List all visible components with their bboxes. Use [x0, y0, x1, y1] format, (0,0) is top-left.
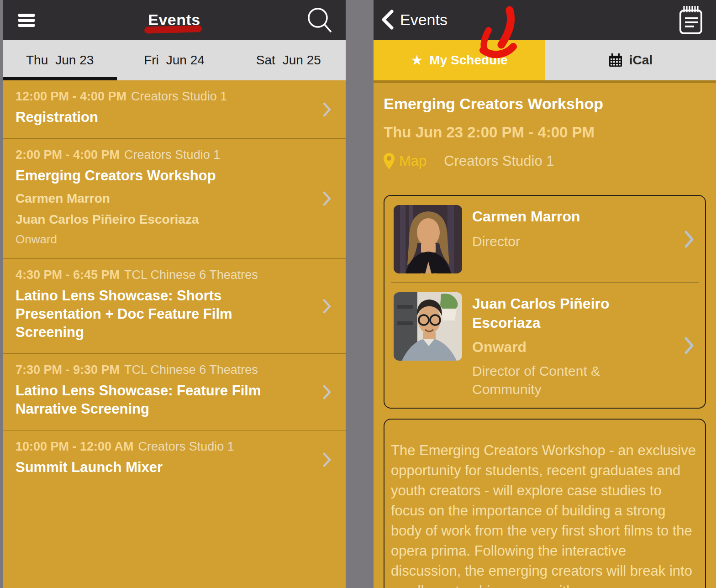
events-list-screen: Events Thu Jun 23 Fri Jun 24 Sat Jun 25 … [3, 0, 346, 588]
date-tab-sat[interactable]: Sat Jun 25 [232, 40, 346, 80]
chevron-right-icon [684, 230, 694, 249]
event-list-item[interactable]: 2:00 PM - 4:00 PMCreators Studio 1 Emerg… [3, 139, 346, 259]
tab-my-schedule[interactable]: ★ My Schedule [374, 40, 545, 80]
event-organization: Onward [16, 232, 300, 247]
event-detail-screen: Events ★ My Schedule [374, 0, 716, 588]
chevron-right-icon [323, 452, 331, 467]
event-title: Summit Launch Mixer [16, 458, 285, 477]
speaker-info: Juan Carlos Piñeiro Escoriaza Onward Dir… [472, 292, 623, 399]
event-location: Creators Studio 1 [138, 440, 234, 453]
event-detail-body: Emerging Creators Workshop Thu Jun 23 2:… [374, 95, 716, 588]
event-time: 7:30 PM - 9:30 PM [16, 363, 120, 377]
tab-day: Sat [256, 53, 275, 68]
tab-date: Jun 24 [166, 53, 205, 68]
back-button[interactable]: Events [381, 9, 448, 30]
tab-date: Jun 25 [283, 53, 321, 68]
speaker-name: Carmen Marron [472, 207, 580, 226]
search-icon[interactable] [305, 5, 334, 35]
event-time: 2:00 PM - 4:00 PM [16, 148, 120, 162]
speaker-role: Director [472, 232, 580, 251]
event-meta: 12:00 PM - 4:00 PMCreators Studio 1 [16, 89, 300, 104]
event-detail-location: Creators Studio 1 [444, 153, 554, 169]
tab-date: Jun 23 [55, 53, 94, 68]
event-description-card: The Emerging Creators Workshop - an excl… [384, 419, 706, 588]
event-location: Creators Studio 1 [124, 148, 220, 162]
event-title: Latino Lens Showcase: Feature Film Narra… [16, 382, 285, 418]
event-meta: 2:00 PM - 4:00 PMCreators Studio 1 [16, 148, 300, 162]
speaker-row-juan[interactable]: Juan Carlos Piñeiro Escoriaza Onward Dir… [384, 283, 705, 408]
event-location: Creators Studio 1 [131, 89, 227, 103]
event-speaker: Carmen Marron [16, 191, 300, 206]
dual-screenshot-canvas: { "left": { "title": "Events", "tabs": [… [0, 0, 716, 588]
event-list: 12:00 PM - 4:00 PMCreators Studio 1 Regi… [3, 80, 346, 488]
tab-bar-divider [374, 80, 716, 83]
speaker-organization: Onward [472, 339, 623, 356]
event-time: 12:00 PM - 4:00 PM [16, 89, 126, 103]
chevron-right-icon [323, 384, 331, 400]
map-location-row: Map Creators Studio 1 [384, 153, 706, 169]
speaker-role: Director of Content & Community [472, 362, 614, 399]
calendar-icon [608, 53, 623, 68]
event-list-item[interactable]: 10:00 PM - 12:00 AMCreators Studio 1 Sum… [3, 430, 346, 488]
date-tab-thu[interactable]: Thu Jun 23 [3, 40, 117, 80]
event-title: Latino Lens Showcase: Shorts Presentatio… [16, 287, 285, 341]
chevron-right-icon [323, 102, 331, 117]
tab-day: Thu [26, 53, 48, 68]
tab-day: Fri [144, 53, 159, 68]
back-label: Events [400, 11, 448, 29]
left-navbar: Events [3, 0, 346, 40]
speaker-photo-carmen [394, 205, 462, 273]
event-meta: 4:30 PM - 6:45 PMTCL Chinese 6 Theatres [16, 268, 300, 282]
event-detail-title: Emerging Creators Workshop [384, 95, 706, 113]
event-speaker: Juan Carlos Piñeiro Escoriaza [16, 212, 300, 227]
tab-ical[interactable]: iCal [545, 40, 716, 80]
speakers-card: Carmen Marron Director [384, 195, 706, 409]
event-title: Emerging Creators Workshop [16, 167, 285, 185]
active-tab-indicator [3, 77, 117, 80]
event-description: The Emerging Creators Workshop - an excl… [391, 441, 698, 588]
schedule-tab-bar: ★ My Schedule iCal [374, 40, 716, 80]
event-detail-datetime: Thu Jun 23 2:00 PM - 4:00 PM [384, 124, 706, 141]
chevron-right-icon [684, 336, 694, 355]
speaker-info: Carmen Marron Director [472, 205, 580, 273]
date-tab-fri[interactable]: Fri Jun 24 [117, 40, 231, 80]
event-extra: Carmen MarronJuan Carlos Piñeiro Escoria… [16, 191, 300, 247]
star-icon: ★ [411, 53, 423, 67]
map-pin-icon [384, 153, 395, 169]
right-navbar: Events [374, 0, 716, 40]
event-location: TCL Chinese 6 Theatres [124, 268, 258, 282]
back-chevron-icon [381, 9, 394, 30]
speaker-name: Juan Carlos Piñeiro Escoriaza [472, 294, 623, 332]
chevron-right-icon [323, 299, 331, 314]
event-location: TCL Chinese 6 Theatres [124, 363, 258, 377]
event-title: Registration [16, 108, 285, 126]
tab-ical-label: iCal [629, 53, 653, 68]
red-arrow-annotation [468, 5, 519, 63]
event-meta: 10:00 PM - 12:00 AMCreators Studio 1 [16, 440, 300, 454]
date-tab-bar: Thu Jun 23 Fri Jun 24 Sat Jun 25 [3, 40, 346, 80]
event-list-item[interactable]: 12:00 PM - 4:00 PMCreators Studio 1 Regi… [3, 80, 346, 139]
event-meta: 7:30 PM - 9:30 PMTCL Chinese 6 Theatres [16, 363, 300, 377]
event-time: 10:00 PM - 12:00 AM [16, 440, 134, 453]
speaker-row-carmen[interactable]: Carmen Marron Director [384, 196, 705, 283]
map-link[interactable]: Map [399, 153, 426, 169]
event-list-item[interactable]: 7:30 PM - 9:30 PMTCL Chinese 6 Theatres … [3, 354, 346, 430]
event-time: 4:30 PM - 6:45 PM [16, 268, 120, 282]
chevron-right-icon [323, 191, 331, 206]
notepad-icon[interactable] [678, 5, 704, 36]
speaker-photo-juan [394, 292, 462, 361]
event-list-item[interactable]: 4:30 PM - 6:45 PMTCL Chinese 6 Theatres … [3, 259, 346, 354]
